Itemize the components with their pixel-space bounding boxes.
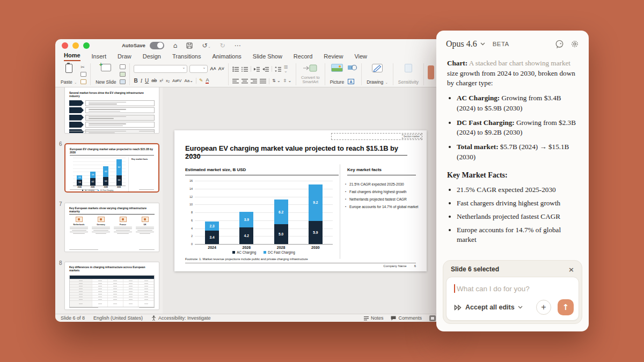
thumbnail-slide-5[interactable]: Several market forces drive the EV charg…: [64, 87, 159, 134]
increase-indent-icon[interactable]: [262, 67, 269, 72]
shapes-icon[interactable]: [348, 64, 357, 71]
highlight-icon[interactable]: ✎: [199, 78, 203, 83]
subscript-icon[interactable]: x₂: [166, 79, 170, 83]
save-icon[interactable]: [186, 42, 193, 49]
comments-button[interactable]: Comments: [391, 315, 422, 321]
character-spacing-icon[interactable]: A⇄V: [172, 79, 181, 83]
panel-header: Opus 4.6 BETA: [436, 31, 589, 52]
strikethrough-icon[interactable]: ab: [151, 78, 157, 83]
align-text-icon[interactable]: ⇳ ⌄: [283, 79, 292, 83]
chat-input[interactable]: What can I do for you?: [457, 285, 530, 293]
zoom-window-button[interactable]: [83, 42, 90, 49]
slide-canvas: Section marker European EV charging mark…: [163, 87, 441, 314]
convert-smartart-button[interactable]: Convert toSmartArt: [300, 63, 321, 85]
bullet-list-icon[interactable]: [232, 67, 239, 72]
section-marker-placeholder[interactable]: Section marker: [331, 133, 422, 140]
format-painter-icon[interactable]: [80, 79, 86, 84]
drawing-button[interactable]: Drawing ⌄: [365, 63, 389, 85]
section-icon[interactable]: [120, 79, 126, 84]
language-status[interactable]: English (United States): [93, 315, 143, 321]
notes-button[interactable]: Notes: [364, 315, 384, 321]
key-market-facts-header: Key Market Facts:: [447, 170, 578, 181]
picture-button[interactable]: Picture: [329, 63, 345, 85]
close-window-button[interactable]: [62, 42, 68, 49]
align-right-icon[interactable]: [251, 78, 257, 84]
tab-draw[interactable]: Draw: [118, 53, 131, 61]
superscript-icon[interactable]: x²: [159, 79, 163, 83]
feedback-icon[interactable]: [555, 40, 564, 49]
cut-icon[interactable]: ✂: [80, 64, 86, 70]
tab-design[interactable]: Design: [143, 53, 161, 61]
fact-item: Fast chargers driving highest growth: [345, 190, 420, 194]
redo-icon[interactable]: ↻: [220, 42, 225, 49]
settings-gear-icon[interactable]: [570, 40, 579, 48]
slide-counter[interactable]: Slide 6 of 8: [61, 315, 85, 321]
paste-button[interactable]: Paste ⌄: [60, 63, 78, 85]
work-area: Several market forces drive the EV charg…: [55, 87, 441, 314]
minimize-window-button[interactable]: [72, 42, 79, 49]
slides-group: New Slide: [94, 63, 130, 85]
notes-icon: [364, 316, 369, 321]
thumbnail-slide-6-selected[interactable]: European EV charging market value projec…: [64, 143, 159, 193]
change-case-icon[interactable]: Aa⌄: [184, 79, 193, 83]
bullet-item: Total market: $5.7B (2024) → $15.1B (203…: [457, 142, 578, 162]
grow-font-icon[interactable]: A˄: [210, 67, 216, 71]
tab-insert[interactable]: Insert: [92, 53, 107, 61]
undo-icon[interactable]: ↺⌄: [202, 42, 210, 49]
chevron-down-icon[interactable]: [480, 42, 485, 46]
shrink-font-icon[interactable]: A˅: [218, 67, 224, 71]
accessibility-icon: [151, 315, 156, 321]
tab-view[interactable]: View: [354, 53, 367, 61]
font-size-select[interactable]: [189, 65, 208, 73]
send-button[interactable]: ↑: [558, 299, 574, 315]
bold-icon[interactable]: B: [134, 78, 137, 84]
home-icon[interactable]: ⌂: [173, 42, 178, 49]
align-left-icon[interactable]: [232, 78, 239, 84]
italic-icon[interactable]: I: [141, 78, 142, 84]
thumbnail-slide-8[interactable]: Key differences in charging infrastructu…: [64, 262, 159, 310]
thumbnail-mini-chart: 3.42.320244.23.920265.06.220285.99.22030: [73, 158, 126, 186]
slide-6[interactable]: Section marker European EV charging mark…: [174, 130, 427, 271]
sensitivity-button[interactable]: Sensitivity: [397, 63, 420, 85]
new-slide-button[interactable]: New Slide: [94, 63, 117, 85]
accept-all-edits-button[interactable]: Accept all edits: [454, 304, 523, 311]
text-cursor: [454, 284, 455, 293]
model-selector[interactable]: Opus 4.6: [446, 39, 477, 49]
tab-transitions[interactable]: Transitions: [172, 53, 201, 61]
context-chip-row: Slide 6 selected ×: [443, 261, 582, 277]
copy-icon[interactable]: [80, 72, 86, 77]
accessibility-status[interactable]: Accessibility: Investigate: [151, 315, 211, 321]
close-icon[interactable]: ×: [568, 266, 574, 273]
add-attachment-button[interactable]: +: [536, 300, 551, 315]
columns-icon[interactable]: ▥ ⌄: [284, 65, 292, 73]
tab-review[interactable]: Review: [324, 53, 343, 61]
tab-home[interactable]: Home: [64, 52, 80, 61]
stacked-bar-chart[interactable]: 02468101214163.42.320244.23.920265.06.22…: [195, 181, 333, 244]
autosave-toggle[interactable]: [150, 42, 164, 49]
facts-header: Key market facts: [347, 167, 382, 172]
drawing-group: Drawing ⌄: [365, 63, 393, 85]
tab-slide-show[interactable]: Slide Show: [253, 53, 282, 61]
line-spacing-icon[interactable]: [275, 67, 281, 72]
align-center-icon[interactable]: [241, 78, 248, 84]
addins-icon[interactable]: [428, 65, 434, 79]
justify-icon[interactable]: [260, 78, 266, 84]
layout-icon[interactable]: [120, 64, 126, 69]
facts-bullet-list: 21.5% CAGR expected 2025-2030 Fast charg…: [449, 185, 578, 245]
numbered-list-icon[interactable]: [241, 67, 248, 72]
text-box-icon[interactable]: A: [348, 79, 354, 84]
more-toolbar-icon[interactable]: ⋯: [235, 42, 241, 49]
font-color-icon[interactable]: A: [206, 78, 209, 84]
normal-view-button[interactable]: [429, 315, 436, 321]
thumbnail-slide-7[interactable]: Key European markets show varying chargi…: [64, 203, 159, 252]
composer-actions: Accept all edits + ↑: [447, 295, 579, 320]
text-direction-icon[interactable]: ⇅ ⌄: [272, 79, 281, 83]
font-name-select[interactable]: [134, 65, 187, 73]
tab-record[interactable]: Record: [294, 53, 312, 61]
sensitivity-group: Sensitivity: [397, 63, 424, 85]
decrease-indent-icon[interactable]: [254, 67, 260, 72]
slide-title[interactable]: European EV charging market value projec…: [185, 144, 414, 160]
underline-icon[interactable]: U: [145, 78, 149, 84]
reset-icon[interactable]: [120, 72, 126, 77]
tab-animations[interactable]: Animations: [212, 53, 241, 61]
